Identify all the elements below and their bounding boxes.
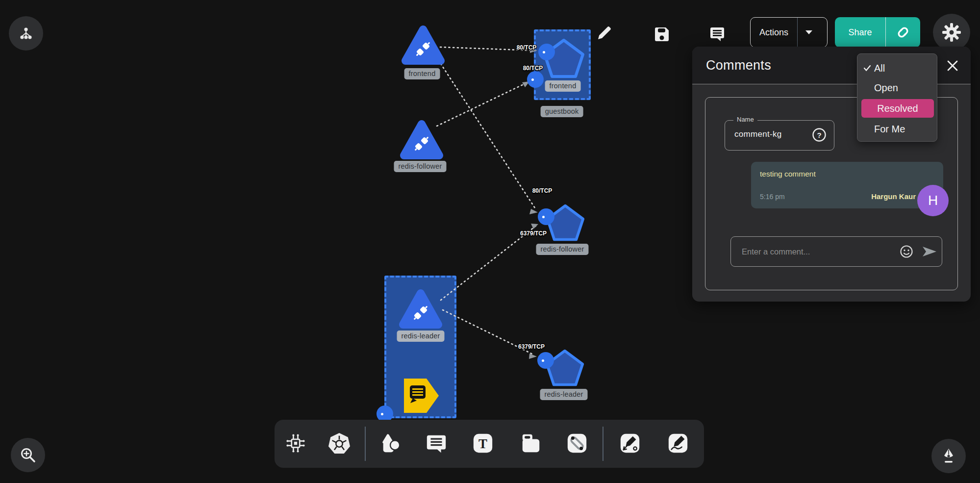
kubernetes-icon[interactable] xyxy=(328,432,351,455)
share-label[interactable]: Share xyxy=(835,27,885,38)
service-node-redis-follower[interactable] xyxy=(399,118,444,162)
toolbar-divider xyxy=(603,427,603,461)
filter-option-resolved[interactable]: Resolved xyxy=(861,99,934,118)
filter-option-all[interactable]: All xyxy=(857,59,937,77)
name-field[interactable]: Name comment-kg ? xyxy=(725,120,834,151)
comment-item[interactable]: testing comment 5:16 pm Hargun Kaur xyxy=(751,162,943,208)
panel-title: Comments xyxy=(692,58,771,73)
hierarchy-view-button[interactable] xyxy=(9,16,43,51)
edge-label: 80/TCP xyxy=(517,44,537,51)
toolbar-divider xyxy=(365,427,366,461)
actions-split-button[interactable]: Actions xyxy=(750,17,828,48)
yellow-comment-marker-icon[interactable] xyxy=(402,377,440,415)
comment-input-wrap xyxy=(730,236,942,267)
comment-text: testing comment xyxy=(760,170,934,178)
chip-icon[interactable] xyxy=(284,432,307,455)
name-field-value[interactable]: comment-kg xyxy=(734,129,782,139)
avatar-initial: H xyxy=(928,193,938,208)
service-node-frontend[interactable] xyxy=(401,24,446,68)
text-icon[interactable]: T xyxy=(472,432,494,455)
node-label: redis-follower xyxy=(536,244,588,255)
check-icon xyxy=(857,65,874,72)
pen-tool-button[interactable] xyxy=(931,439,966,473)
comments-icon xyxy=(707,25,727,44)
pencil-icon xyxy=(595,24,613,43)
node-label: frontend xyxy=(545,80,581,92)
port-circle[interactable] xyxy=(527,71,544,88)
caret-down-icon[interactable] xyxy=(798,30,820,35)
shapes-icon[interactable] xyxy=(379,432,402,455)
pen-nib-icon xyxy=(940,447,957,465)
comment-icon[interactable] xyxy=(425,432,448,455)
port-circle[interactable] xyxy=(537,352,554,369)
port-circle[interactable] xyxy=(538,208,554,225)
gear-icon xyxy=(941,22,962,43)
zoom-in-icon xyxy=(19,446,37,464)
node-label: redis-leader xyxy=(397,330,445,342)
avatar[interactable]: H xyxy=(917,185,949,216)
edge-label: 6379/TCP xyxy=(518,343,545,350)
group-label: guestbook xyxy=(541,106,583,117)
edge-label: 80/TCP xyxy=(532,187,553,194)
chain-link-icon[interactable] xyxy=(566,432,588,455)
node-label: redis-follower xyxy=(394,161,446,172)
actions-label[interactable]: Actions xyxy=(751,27,797,38)
close-icon[interactable] xyxy=(945,58,960,73)
share-split-button[interactable]: Share xyxy=(835,17,920,48)
comment-timestamp: 5:16 pm xyxy=(760,193,785,201)
service-node-redis-leader[interactable] xyxy=(398,287,443,331)
filter-option-for-me[interactable]: For Me xyxy=(857,120,937,138)
edge-label: 6379/TCP xyxy=(520,230,547,237)
node-label: redis-leader xyxy=(540,389,588,400)
name-field-label: Name xyxy=(733,116,757,123)
pen-arrow-icon[interactable] xyxy=(619,432,641,455)
node-label: frontend xyxy=(404,68,440,79)
link-icon[interactable] xyxy=(886,25,920,40)
comments-toggle-button[interactable] xyxy=(706,24,728,45)
zoom-button[interactable] xyxy=(11,438,45,472)
port-circle[interactable] xyxy=(538,44,555,60)
app-canvas: frontend frontend guestbook redis-follow… xyxy=(0,0,980,483)
comment-input[interactable] xyxy=(731,247,896,256)
svg-text:T: T xyxy=(478,436,487,451)
svg-text:?: ? xyxy=(817,131,821,139)
hierarchy-icon xyxy=(19,26,33,41)
filter-option-open[interactable]: Open xyxy=(857,78,937,97)
save-icon xyxy=(652,25,672,44)
settings-button[interactable] xyxy=(933,14,970,51)
edge-label: 80/TCP xyxy=(523,65,543,72)
question-circle-icon[interactable]: ? xyxy=(812,127,827,144)
edit-button[interactable] xyxy=(593,23,615,44)
send-icon[interactable] xyxy=(917,246,942,257)
frame-icon[interactable] xyxy=(520,432,542,455)
pencil-scribble-icon[interactable] xyxy=(667,432,689,455)
smiley-icon[interactable] xyxy=(896,245,917,258)
comments-filter-menu: All Open Resolved For Me xyxy=(857,53,937,142)
save-button[interactable] xyxy=(651,24,673,45)
comment-author: Hargun Kaur xyxy=(871,192,916,201)
